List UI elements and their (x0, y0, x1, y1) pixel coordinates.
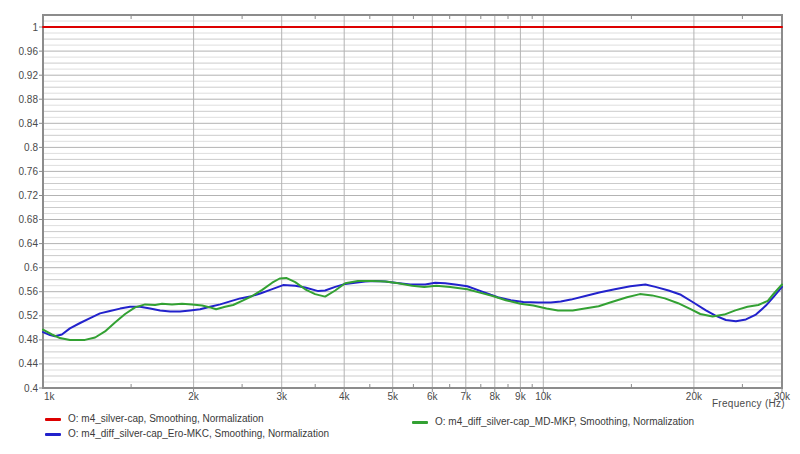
axis-ticks (39, 16, 782, 392)
y-tick-label: 0.56 (19, 286, 39, 297)
chart-canvas: 10.960.920.880.840.80.760.720.680.640.60… (0, 0, 800, 454)
x-tick-label: 3k (276, 391, 288, 402)
x-tick-label: 1k (44, 391, 56, 402)
y-tick-label: 0.68 (19, 214, 39, 225)
x-tick-label: 8k (490, 391, 502, 402)
legend-label: O: m4_diff_silver-cap_Ero-MKC, Smoothing… (68, 428, 329, 440)
y-axis-tick-labels: 10.960.920.880.840.80.760.720.680.640.60… (19, 22, 39, 394)
y-tick-label: 0.84 (19, 118, 39, 129)
x-tick-label: 10k (535, 391, 552, 402)
y-tick-label: 0.72 (19, 190, 39, 201)
legend-swatch-red (45, 418, 61, 421)
legend-item-silver-cap: O: m4_silver-cap, Smoothing, Normalizati… (45, 413, 264, 425)
legend-item-ero-mkc: O: m4_diff_silver-cap_Ero-MKC, Smoothing… (45, 428, 329, 440)
x-tick-label: 7k (461, 391, 473, 402)
x-tick-label: 6k (427, 391, 439, 402)
y-tick-label: 0.52 (19, 310, 39, 321)
y-tick-label: 0.4 (24, 383, 38, 394)
gridlines-horizontal (43, 21, 782, 382)
x-tick-label: 4k (339, 391, 351, 402)
y-tick-label: 1 (32, 22, 38, 33)
y-tick-label: 0.48 (19, 334, 39, 345)
legend-swatch-blue (45, 433, 61, 436)
x-tick-label: 9k (515, 391, 527, 402)
y-tick-label: 0.96 (19, 46, 39, 57)
y-tick-label: 0.6 (24, 262, 38, 273)
y-tick-label: 0.8 (24, 142, 38, 153)
legend-swatch-green (412, 421, 428, 424)
x-tick-label: 5k (387, 391, 399, 402)
y-tick-label: 0.76 (19, 166, 39, 177)
x-axis-title: Frequency (Hz) (600, 398, 785, 409)
chart-window: 10.960.920.880.840.80.760.720.680.640.60… (0, 0, 800, 454)
legend-label: O: m4_silver-cap, Smoothing, Normalizati… (68, 413, 264, 425)
x-tick-label: 2k (188, 391, 200, 402)
y-tick-label: 0.92 (19, 70, 39, 81)
y-tick-label: 0.44 (19, 358, 39, 369)
legend-item-md-mkp: O: m4_diff_silver-cap_MD-MKP, Smoothing,… (412, 416, 694, 428)
legend-label: O: m4_diff_silver-cap_MD-MKP, Smoothing,… (435, 416, 694, 428)
y-tick-label: 0.64 (19, 238, 39, 249)
y-tick-label: 0.88 (19, 94, 39, 105)
